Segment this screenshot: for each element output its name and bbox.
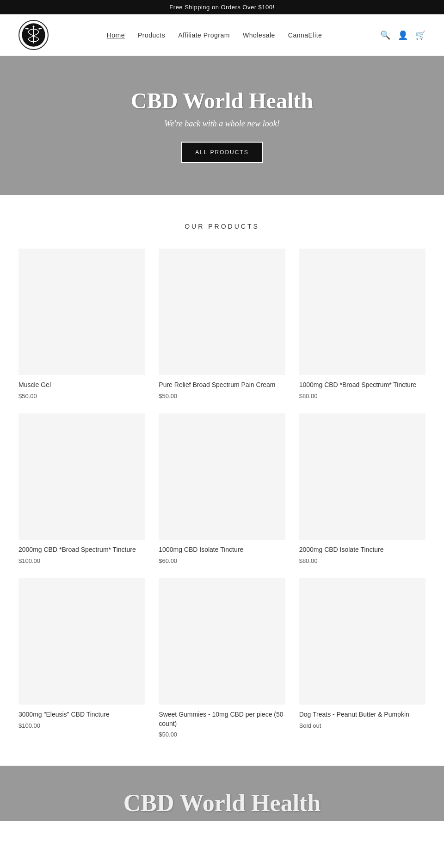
product-price: $50.00 — [159, 393, 285, 400]
product-image — [159, 578, 285, 705]
product-image — [299, 578, 426, 705]
product-price: Sold out — [299, 722, 426, 729]
product-name: Dog Treats - Peanut Butter & Pumpkin — [299, 710, 426, 719]
product-card[interactable]: Sweet Gummies - 10mg CBD per piece (50 c… — [159, 578, 285, 738]
product-image — [18, 249, 145, 375]
product-card[interactable]: Dog Treats - Peanut Butter & PumpkinSold… — [299, 578, 426, 738]
product-price: $80.00 — [299, 557, 426, 564]
products-grid: Muscle Gel$50.00Pure Relief Broad Spectr… — [18, 249, 426, 738]
main-nav: Home Products Affiliate Program Wholesal… — [107, 31, 322, 39]
product-image — [159, 413, 285, 540]
products-heading: OUR PRODUCTS — [18, 223, 426, 230]
logo-image — [21, 22, 46, 48]
product-name: Sweet Gummies - 10mg CBD per piece (50 c… — [159, 710, 285, 728]
announcement-text: Free Shipping on Orders Over $100! — [169, 4, 274, 11]
product-card[interactable]: Muscle Gel$50.00 — [18, 249, 145, 400]
product-card[interactable]: 1000mg CBD *Broad Spectrum* Tincture$80.… — [299, 249, 426, 400]
hero-all-products-button[interactable]: ALL PRODUCTS — [181, 142, 263, 163]
product-name: Pure Relief Broad Spectrum Pain Cream — [159, 381, 285, 390]
product-card[interactable]: 3000mg "Eleusis" CBD Tincture$100.00 — [18, 578, 145, 738]
hero-title: CBD World Health — [131, 88, 313, 113]
product-price: $60.00 — [159, 557, 285, 564]
announcement-bar: Free Shipping on Orders Over $100! — [0, 0, 444, 14]
nav-affiliate[interactable]: Affiliate Program — [178, 31, 230, 39]
nav-products[interactable]: Products — [138, 31, 165, 39]
svg-point-2 — [33, 25, 35, 27]
product-image — [18, 578, 145, 705]
product-card[interactable]: 1000mg CBD Isolate Tincture$60.00 — [159, 413, 285, 564]
product-card[interactable]: Pure Relief Broad Spectrum Pain Cream$50… — [159, 249, 285, 400]
product-image — [299, 249, 426, 375]
login-icon[interactable]: 👤 — [398, 30, 408, 40]
cart-icon[interactable]: 🛒 — [415, 30, 426, 40]
footer-title: CBD World Health — [123, 789, 321, 817]
footer-banner: CBD World Health — [0, 766, 444, 821]
nav-cannaelite[interactable]: CannaElite — [288, 31, 322, 39]
site-header: Home Products Affiliate Program Wholesal… — [0, 14, 444, 56]
nav-home[interactable]: Home — [107, 31, 125, 39]
header-icons: 🔍 👤 🛒 — [380, 30, 426, 40]
product-image — [159, 249, 285, 375]
product-card[interactable]: 2000mg CBD Isolate Tincture$80.00 — [299, 413, 426, 564]
product-price: $100.00 — [18, 722, 145, 729]
hero-subtitle: We're back with a whole new look! — [164, 119, 279, 129]
product-name: 2000mg CBD Isolate Tincture — [299, 545, 426, 555]
product-image — [299, 413, 426, 540]
product-price: $50.00 — [159, 731, 285, 738]
logo-circle — [18, 20, 49, 50]
product-price: $50.00 — [18, 393, 145, 400]
product-name: 2000mg CBD *Broad Spectrum* Tincture — [18, 545, 145, 555]
product-name: 1000mg CBD *Broad Spectrum* Tincture — [299, 381, 426, 390]
product-image — [18, 413, 145, 540]
product-price: $100.00 — [18, 557, 145, 564]
product-card[interactable]: 2000mg CBD *Broad Spectrum* Tincture$100… — [18, 413, 145, 564]
hero-section: CBD World Health We're back with a whole… — [0, 56, 444, 195]
product-name: Muscle Gel — [18, 381, 145, 390]
logo-container[interactable] — [18, 20, 49, 50]
nav-wholesale[interactable]: Wholesale — [243, 31, 275, 39]
product-name: 1000mg CBD Isolate Tincture — [159, 545, 285, 555]
product-price: $80.00 — [299, 393, 426, 400]
products-section: OUR PRODUCTS Muscle Gel$50.00Pure Relief… — [0, 195, 444, 766]
product-name: 3000mg "Eleusis" CBD Tincture — [18, 710, 145, 719]
search-icon[interactable]: 🔍 — [380, 30, 390, 40]
